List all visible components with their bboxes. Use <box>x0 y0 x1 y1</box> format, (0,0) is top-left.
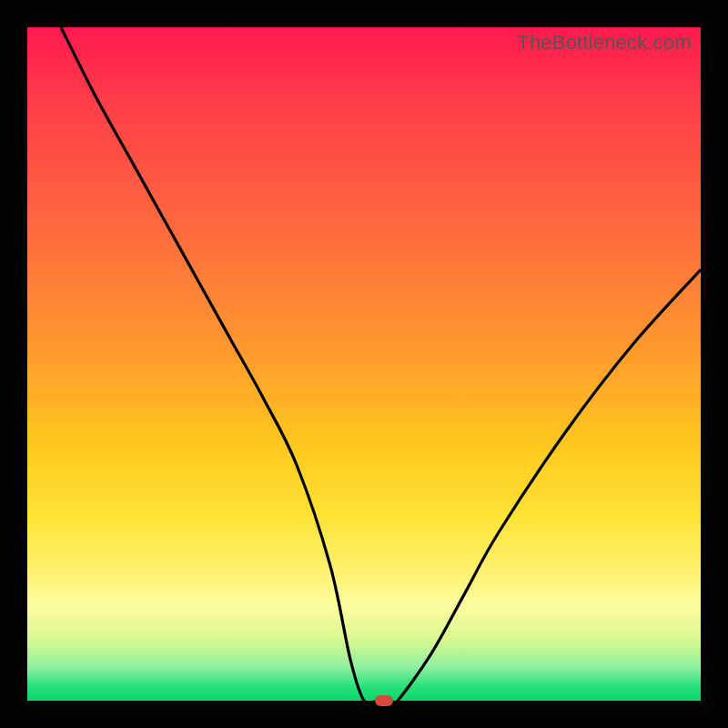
optimum-marker <box>375 695 393 706</box>
curve-path <box>61 27 701 701</box>
plot-area: TheBottleneck.com <box>27 27 701 701</box>
chart-frame: TheBottleneck.com <box>0 0 728 728</box>
bottleneck-curve <box>27 27 701 701</box>
